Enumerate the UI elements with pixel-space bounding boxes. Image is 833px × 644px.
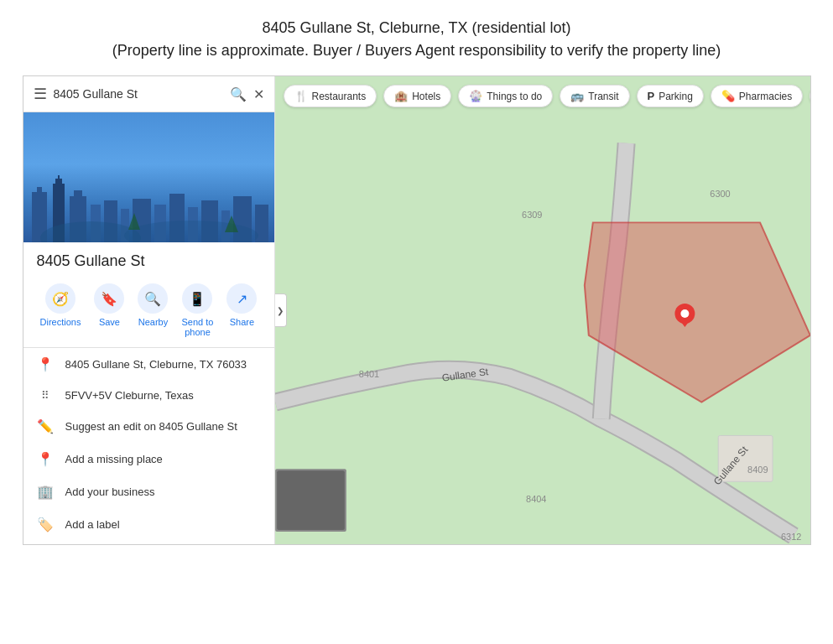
- city-silhouette-svg: [23, 175, 274, 242]
- map-container: ☰ 🔍 ✕: [23, 75, 811, 545]
- svg-point-26: [680, 309, 689, 318]
- directions-button[interactable]: 🧭 Directions: [40, 283, 81, 337]
- info-list: 📍 8405 Gullane St, Cleburne, TX 76033 ⠿ …: [23, 348, 274, 544]
- place-photo: [23, 112, 274, 242]
- svg-text:8404: 8404: [526, 494, 546, 504]
- search-bar: ☰ 🔍 ✕: [23, 76, 274, 112]
- chip-pharmacies[interactable]: 💊 Pharmacies: [711, 85, 803, 107]
- business-icon: 🏢: [37, 484, 54, 500]
- sidebar-expand-arrow[interactable]: ❯: [275, 293, 287, 327]
- suggest-edit-item[interactable]: ✏️ Suggest an edit on 8405 Gullane St: [23, 410, 274, 443]
- close-icon[interactable]: ✕: [253, 86, 264, 102]
- nearby-button[interactable]: 🔍 Nearby: [138, 283, 168, 337]
- restaurants-chip-icon: 🍴: [294, 90, 308, 102]
- svg-text:6312: 6312: [780, 532, 800, 542]
- pharmacies-chip-icon: 💊: [721, 90, 735, 102]
- edit-icon: ✏️: [37, 418, 54, 434]
- plus-code-item[interactable]: ⠿ 5FVV+5V Cleburne, Texas: [23, 381, 274, 410]
- chip-things-to-do[interactable]: 🎡 Things to do: [458, 85, 553, 107]
- svg-rect-1: [37, 187, 42, 195]
- chip-restaurants[interactable]: 🍴 Restaurants: [284, 85, 377, 107]
- svg-rect-36: [277, 470, 345, 530]
- save-icon: 🔖: [94, 283, 124, 314]
- svg-text:6309: 6309: [522, 210, 542, 220]
- search-input[interactable]: [54, 87, 223, 101]
- action-buttons-group: 🧭 Directions 🔖 Save 🔍 Nearby 📱 Send to p…: [23, 277, 274, 348]
- add-missing-place-item[interactable]: 📍 Add a missing place: [23, 443, 274, 475]
- transit-chip-icon: 🚌: [570, 90, 584, 102]
- directions-icon: 🧭: [45, 283, 75, 314]
- svg-text:8401: 8401: [358, 369, 378, 379]
- map-svg: Gullane St Gullane St 6309 6300 8401 840…: [275, 76, 810, 544]
- nearby-icon: 🔍: [138, 283, 168, 314]
- parking-chip-icon: P: [648, 90, 655, 102]
- svg-rect-6: [74, 190, 82, 199]
- page-title: 8405 Gullane St, Cleburne, TX (residenti…: [0, 0, 833, 75]
- location-pin-icon: 📍: [37, 356, 54, 372]
- svg-rect-4: [58, 175, 60, 182]
- filter-chips-bar: 🍴 Restaurants 🏨 Hotels 🎡 Things to do 🚌 …: [284, 85, 810, 107]
- phone-icon: 📱: [182, 283, 212, 314]
- send-to-phone-button[interactable]: 📱 Send to phone: [182, 283, 214, 337]
- sidebar: ☰ 🔍 ✕: [23, 76, 275, 544]
- share-button[interactable]: ↗ Share: [226, 283, 257, 337]
- svg-text:8409: 8409: [747, 465, 768, 475]
- chip-parking[interactable]: P Parking: [637, 85, 704, 107]
- map-view[interactable]: 🍴 Restaurants 🏨 Hotels 🎡 Things to do 🚌 …: [275, 76, 810, 544]
- place-name-heading: 8405 Gullane St: [23, 242, 274, 277]
- chip-transit[interactable]: 🚌 Transit: [560, 85, 629, 107]
- add-business-item[interactable]: 🏢 Add your business: [23, 475, 274, 508]
- label-icon: 🏷️: [37, 517, 54, 532]
- chip-hotels[interactable]: 🏨 Hotels: [383, 85, 451, 107]
- plus-code-icon: ⠿: [37, 389, 54, 402]
- hamburger-icon[interactable]: ☰: [34, 85, 47, 103]
- things-chip-icon: 🎡: [469, 90, 482, 102]
- share-icon: ↗: [226, 283, 257, 314]
- search-icon[interactable]: 🔍: [230, 86, 247, 102]
- save-button[interactable]: 🔖 Save: [94, 283, 124, 337]
- hotels-chip-icon: 🏨: [394, 90, 408, 102]
- add-label-item[interactable]: 🏷️ Add a label: [23, 508, 274, 541]
- maps-activity-item[interactable]: 🔄 Your Maps activity: [23, 541, 274, 544]
- svg-text:6300: 6300: [710, 189, 730, 199]
- address-item[interactable]: 📍 8405 Gullane St, Cleburne, TX 76033: [23, 348, 274, 381]
- add-place-icon: 📍: [37, 451, 54, 467]
